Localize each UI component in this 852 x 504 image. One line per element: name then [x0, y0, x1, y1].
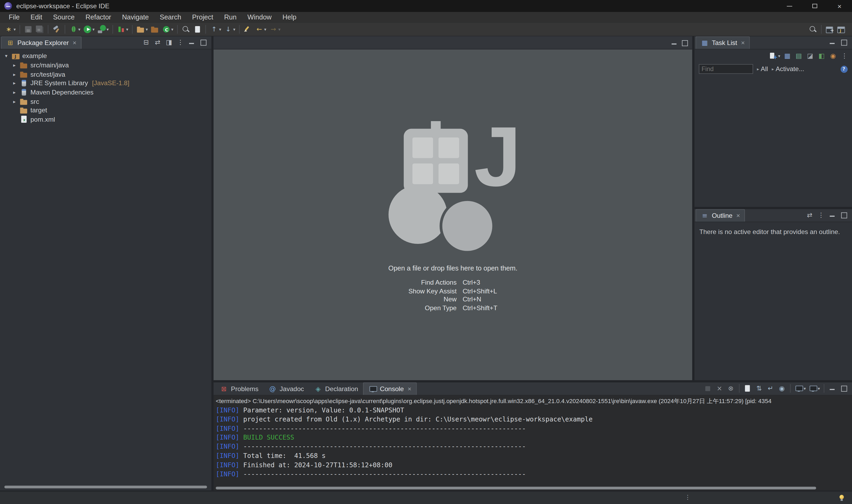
menu-edit[interactable]: Edit	[25, 13, 48, 22]
expand-arrow-icon[interactable]: ▸	[12, 99, 17, 104]
new-java-class-button[interactable]: ▾	[161, 24, 175, 35]
link-with-editor-button[interactable]: ⇄	[804, 210, 815, 221]
menu-file[interactable]: File	[3, 13, 25, 22]
tree-item[interactable]: ▸src/test/java	[0, 70, 211, 79]
minimize-view-button[interactable]	[187, 37, 197, 48]
tab-package-explorer[interactable]: ⊞ Package Explorer ×	[1, 36, 81, 49]
next-annotation-dropdown-icon[interactable]: ▾	[233, 27, 235, 32]
help-button[interactable]	[839, 64, 849, 74]
tab-console[interactable]: Console×	[363, 382, 417, 395]
external-tools-button[interactable]: ▾	[96, 24, 110, 35]
last-edit-location-button[interactable]	[242, 24, 253, 35]
activate-button[interactable]: ▸ Activate...	[772, 65, 804, 73]
coverage-dropdown-icon[interactable]: ▾	[126, 27, 128, 32]
next-annotation-button[interactable]: ↓▾	[223, 24, 236, 35]
collapse-all-button[interactable]: ⊟	[141, 37, 152, 48]
debug-dropdown-icon[interactable]: ▾	[78, 27, 81, 32]
new-java-package-button[interactable]	[149, 24, 160, 35]
close-button[interactable]: ×	[827, 0, 852, 12]
build-all-button[interactable]	[51, 24, 62, 35]
view-menu-button[interactable]: ⋮	[839, 51, 850, 61]
previous-annotation-button[interactable]: ↑▾	[209, 24, 223, 35]
word-wrap-button[interactable]: ↵	[765, 383, 776, 394]
collapse-arrow-icon[interactable]: ▾	[3, 54, 9, 59]
close-view-icon[interactable]: ×	[736, 212, 740, 220]
open-type-button[interactable]	[192, 24, 203, 35]
minimize-view-button[interactable]	[827, 383, 838, 394]
tree-item[interactable]: target	[0, 106, 211, 115]
minimize-view-button[interactable]	[827, 210, 838, 221]
pin-console-button[interactable]: ◉	[776, 383, 787, 394]
maximize-view-button[interactable]	[198, 37, 209, 48]
tab-javadoc[interactable]: @Javadoc	[263, 382, 309, 395]
maximize-view-button[interactable]	[838, 383, 849, 394]
new-wizard-button[interactable]: ∗▾	[3, 24, 17, 35]
tab-outline[interactable]: ≡ Outline ×	[695, 209, 745, 221]
new-task-button[interactable]: ▾	[768, 51, 781, 61]
clear-console-button[interactable]	[742, 383, 753, 394]
remove-all-terminated-button[interactable]: ⊗	[726, 383, 736, 394]
close-view-icon[interactable]: ×	[741, 39, 745, 47]
horizontal-scrollbar[interactable]	[4, 486, 207, 488]
back-dropdown-icon[interactable]: ▾	[264, 27, 266, 32]
tip-of-the-day-button[interactable]	[837, 493, 847, 503]
filter-completed-button[interactable]: ◪	[805, 51, 816, 61]
filters-button[interactable]: ◨	[163, 37, 175, 48]
minimize-editor-button[interactable]	[670, 38, 679, 48]
maximize-editor-button[interactable]	[680, 38, 690, 48]
open-console-dropdown-icon[interactable]: ▾	[818, 386, 820, 391]
view-menu-button[interactable]: ⋮	[816, 210, 827, 221]
remove-launch-button[interactable]: ×	[714, 383, 725, 394]
scope-selector[interactable]: ▸ All	[757, 65, 768, 73]
expand-arrow-icon[interactable]: ▸	[12, 81, 17, 86]
minimize-button[interactable]	[777, 0, 802, 12]
tree-item[interactable]: ▸Maven Dependencies	[0, 88, 211, 97]
open-perspective-button[interactable]	[824, 24, 835, 35]
open-console-button[interactable]: ▾	[807, 383, 821, 394]
horizontal-scrollbar[interactable]	[216, 487, 816, 489]
new-task-dropdown-icon[interactable]: ▾	[778, 54, 780, 58]
tab-problems[interactable]: ⊠Problems	[215, 382, 263, 395]
tree-item[interactable]: ▾example	[0, 52, 211, 61]
view-menu-button[interactable]: ⋮	[175, 37, 186, 48]
debug-button[interactable]: ▾	[68, 24, 82, 35]
forward-dropdown-icon[interactable]: ▾	[278, 27, 281, 32]
run-dropdown-icon[interactable]: ▾	[92, 27, 94, 32]
menu-project[interactable]: Project	[187, 13, 219, 22]
maximize-view-button[interactable]	[838, 37, 849, 48]
menu-source[interactable]: Source	[48, 13, 80, 22]
maximize-view-button[interactable]	[838, 210, 849, 221]
display-selected-console-dropdown-icon[interactable]: ▾	[803, 386, 806, 391]
tab-declaration[interactable]: ◈Declaration	[309, 382, 363, 395]
minimize-view-button[interactable]	[827, 37, 838, 48]
previous-annotation-dropdown-icon[interactable]: ▾	[219, 27, 221, 32]
scheduled-button[interactable]: ▤	[794, 51, 804, 61]
tab-task-list[interactable]: ▦ Task List ×	[695, 36, 749, 49]
console-output[interactable]: <terminated> C:\Users\meowr\scoop\apps\e…	[214, 395, 852, 490]
close-view-icon[interactable]: ×	[73, 39, 76, 47]
categorized-button[interactable]: ▦	[782, 51, 793, 61]
maximize-button[interactable]	[802, 0, 827, 12]
editor-drop-area[interactable]: J Open a file or drop files here to open…	[214, 50, 692, 380]
drag-handle-icon[interactable]: ⋮	[685, 494, 691, 501]
new-java-project-dropdown-icon[interactable]: ▾	[146, 27, 148, 32]
java-perspective-button[interactable]	[836, 24, 847, 35]
scroll-lock-button[interactable]: ⇅	[754, 383, 765, 394]
tree-item[interactable]: ▸JRE System Library [JavaSE-1.8]	[0, 79, 211, 88]
find-input[interactable]	[699, 64, 753, 74]
menu-refactor[interactable]: Refactor	[80, 13, 117, 22]
expand-arrow-icon[interactable]: ▸	[12, 90, 17, 95]
find-actions-button[interactable]	[807, 24, 818, 35]
tree-item[interactable]: pom.xml	[0, 115, 211, 124]
focus-workweek-button[interactable]: ◧	[816, 51, 827, 61]
close-tab-icon[interactable]: ×	[408, 385, 411, 393]
tree-item[interactable]: ▸src/main/java	[0, 61, 211, 70]
display-selected-console-button[interactable]: ▾	[794, 383, 807, 394]
menu-run[interactable]: Run	[219, 13, 242, 22]
link-with-editor-button[interactable]: ⇄	[152, 37, 163, 48]
tree-item[interactable]: ▸src	[0, 97, 211, 106]
new-wizard-dropdown-icon[interactable]: ▾	[14, 27, 16, 32]
new-java-class-dropdown-icon[interactable]: ▾	[171, 27, 173, 32]
menu-navigate[interactable]: Navigate	[117, 13, 154, 22]
connect-context-button[interactable]: ◉	[828, 51, 838, 61]
